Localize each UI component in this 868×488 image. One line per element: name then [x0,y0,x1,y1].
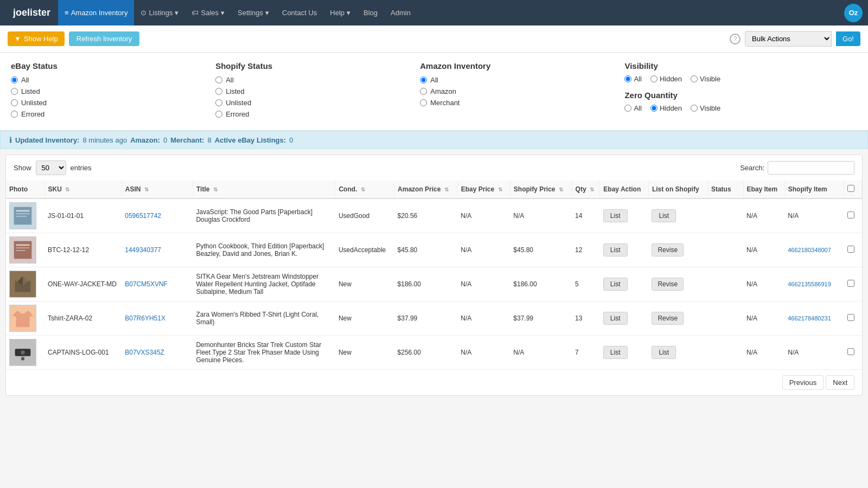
shopify-item-cell[interactable]: 4662135586919 [784,267,844,301]
ebay-action-button[interactable]: List [603,209,628,222]
nav-settings[interactable]: Settings ▾ [231,0,276,25]
shopify-status-all[interactable]: All [215,76,409,84]
col-header-title[interactable]: Title ⇅ [193,181,335,198]
table-bottom-controls: Previous Next [6,370,862,395]
select-all-checkbox[interactable] [847,185,854,192]
nav-listings[interactable]: ⊙ Listings ▾ [134,0,185,25]
col-header-select-all[interactable] [844,181,862,198]
col-header-amazon-price[interactable]: Amazon Price ⇅ [394,181,458,198]
zero-qty-hidden[interactable]: Hidden [650,104,682,112]
ebay-status-unlisted[interactable]: Unlisted [11,99,205,107]
visibility-visible[interactable]: Visible [691,75,720,83]
row-checkbox[interactable] [847,246,854,253]
search-input[interactable] [768,161,854,175]
col-header-list-shopify[interactable]: List on Shopify [648,181,707,198]
shopify-action-button[interactable]: List [652,209,676,222]
row-select-cell[interactable] [844,267,862,301]
ebay-action-button[interactable]: List [603,278,628,291]
shopify-action-button[interactable]: List [652,346,676,359]
asin-link[interactable]: 1449340377 [125,246,161,254]
row-select-cell[interactable] [844,198,862,233]
col-header-photo[interactable]: Photo [6,181,44,198]
help-question-icon[interactable]: ? [730,34,741,44]
col-header-status[interactable]: Status [707,181,743,198]
next-button[interactable]: Next [826,375,854,390]
row-checkbox[interactable] [847,314,854,321]
product-asin[interactable]: B07CM5XVNF [122,267,193,301]
nav-admin[interactable]: Admin [384,0,417,25]
nav-contact-us[interactable]: Contact Us [276,0,323,25]
row-checkbox[interactable] [847,348,854,355]
previous-button[interactable]: Previous [782,375,824,390]
row-checkbox[interactable] [847,280,854,287]
col-header-qty[interactable]: Qty ⇅ [572,181,600,198]
col-header-ebay-action[interactable]: Ebay Action [600,181,649,198]
amazon-inventory-amazon[interactable]: Amazon [420,87,614,95]
row-select-cell[interactable] [844,301,862,336]
ebay-status-errored[interactable]: Errored [11,110,205,118]
asin-link[interactable]: B07R6YH51X [125,314,165,322]
entries-select[interactable]: 50 25 100 [36,160,66,175]
nav-sales[interactable]: 🏷 Sales ▾ [185,0,231,25]
ebay-status-listed[interactable]: Listed [11,87,205,95]
shopify-item-link[interactable]: 4662180348007 [788,247,831,253]
shopify-item-cell[interactable]: 4662180348007 [784,233,844,267]
shopify-action-button[interactable]: Revise [652,243,684,256]
ebay-price: N/A [457,336,510,370]
shopify-status-listed[interactable]: Listed [215,87,409,95]
zero-qty-all[interactable]: All [624,104,641,112]
shopify-item-cell[interactable]: 4662178480231 [784,301,844,336]
asin-link[interactable]: B07VXS345Z [125,349,164,356]
amazon-price: $37.99 [394,301,458,336]
search-label: Search: [740,164,764,172]
shopify-item-link[interactable]: 4662178480231 [788,315,831,322]
zero-qty-visible[interactable]: Visible [691,104,720,112]
nav-help[interactable]: Help ▾ [323,0,357,25]
col-header-sku[interactable]: SKU ⇅ [44,181,122,198]
quantity: 14 [572,198,600,233]
ebay-action-button[interactable]: List [603,243,628,256]
nav-amazon-inventory[interactable]: ≡ Amazon Inventory [58,0,134,25]
amazon-inventory-merchant[interactable]: Merchant [420,99,614,107]
col-header-asin[interactable]: ASIN ⇅ [122,181,193,198]
ebay-action-button[interactable]: List [603,312,628,325]
product-asin[interactable]: B07VXS345Z [122,336,193,370]
asin-link[interactable]: B07CM5XVNF [125,280,168,288]
product-asin[interactable]: B07R6YH51X [122,301,193,336]
user-avatar[interactable]: Oz [844,4,863,22]
nav-blog[interactable]: Blog [357,0,384,25]
go-button[interactable]: Go! [836,31,860,46]
ebay-status-all[interactable]: All [11,76,205,84]
col-header-ebay-item[interactable]: Ebay Item [743,181,784,198]
shopify-item-value: N/A [788,349,799,356]
shopify-action-button[interactable]: Revise [652,278,684,291]
shopify-item-cell[interactable]: N/A [784,336,844,370]
col-header-shopify-item[interactable]: Shopify Item [784,181,844,198]
bulk-actions-select[interactable]: Bulk Actions List on eBay List on Shopif… [745,31,832,47]
asin-link[interactable]: 0596517742 [125,212,161,220]
ebay-action-button[interactable]: List [603,346,628,359]
table-row: CAPTAINS-LOG-001 B07VXS345Z Demonhunter … [6,336,862,370]
col-header-ebay-price[interactable]: Ebay Price ⇅ [457,181,510,198]
row-select-cell[interactable] [844,233,862,267]
ebay-action-cell: List [600,233,649,267]
visibility-filter-group: Visibility All Hidden Visible Zero Quant… [624,61,857,121]
visibility-all[interactable]: All [624,75,641,83]
brand[interactable]: joelister [5,7,58,18]
row-checkbox[interactable] [847,211,854,219]
shopify-item-link[interactable]: 4662135586919 [788,281,831,287]
show-help-button[interactable]: ▼ Show Help [8,31,65,46]
col-header-shopify-price[interactable]: Shopify Price ⇅ [510,181,572,198]
refresh-inventory-button[interactable]: Refresh Inventory [69,31,140,46]
amazon-inventory-all[interactable]: All [420,76,614,84]
product-asin[interactable]: 1449340377 [122,233,193,267]
shopify-status-errored[interactable]: Errored [215,110,409,118]
shopify-action-button[interactable]: Revise [652,312,684,325]
shopify-item-cell[interactable]: N/A [784,198,844,233]
shopify-status-unlisted[interactable]: Unlisted [215,99,409,107]
col-header-cond[interactable]: Cond. ⇅ [335,181,394,198]
row-select-cell[interactable] [844,336,862,370]
settings-chevron-icon: ▾ [265,9,269,17]
product-asin[interactable]: 0596517742 [122,198,193,233]
visibility-hidden[interactable]: Hidden [650,75,682,83]
